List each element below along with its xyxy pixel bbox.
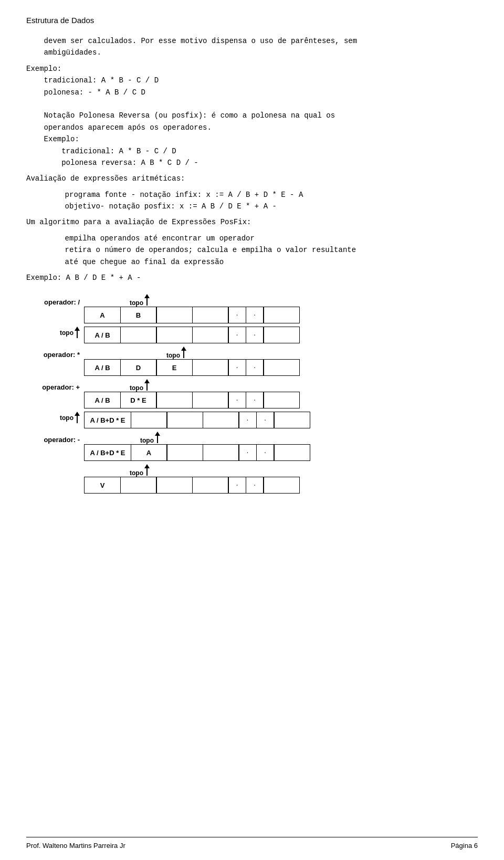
cell-3-5: ·	[228, 359, 246, 376]
stack-cells-5: A / B+D * E · ·	[84, 412, 310, 428]
cell-1-7	[263, 307, 300, 323]
operator-label-3: operador: *	[37, 351, 84, 359]
stack-section-2: A / B · ·	[84, 327, 299, 343]
page-header-title: Estrutura de Dados	[26, 16, 478, 25]
cell-7-6: ·	[246, 477, 264, 494]
cell-7-2	[120, 477, 157, 494]
cell-5-3	[166, 412, 203, 428]
cell-5-5: ·	[238, 412, 257, 428]
paragraph-5: Um algoritmo para a avaliação de Express…	[26, 216, 478, 228]
cell-4-3	[156, 392, 193, 408]
cell-2-3	[156, 327, 193, 343]
footer-left: Prof. Walteno Martins Parreira Jr	[26, 842, 125, 849]
operator-label-1: operador: /	[37, 298, 84, 306]
diagram-row-3: operador: * topo A / B D	[37, 347, 478, 376]
cell-1-3	[156, 307, 193, 323]
cell-7-3	[156, 477, 193, 494]
stack-section-6: topo A / B+D * E A · ·	[84, 432, 310, 461]
cell-5-7	[274, 412, 310, 428]
paragraph-2: Exemplo: tradicional: A * B - C / D polo…	[26, 63, 478, 169]
cell-2-4	[192, 327, 229, 343]
cell-1-2: B	[120, 307, 157, 323]
paragraph-3: Avaliação de expressões aritméticas:	[26, 173, 478, 184]
stack-cells-6: A / B+D * E A · ·	[84, 444, 310, 461]
arrow-up-4a	[144, 379, 150, 391]
diagram-row-7: topo V · ·	[37, 464, 478, 494]
arrow-up-5a	[75, 412, 80, 423]
arrow-up-2a	[75, 327, 80, 338]
cell-3-3: E	[156, 359, 193, 376]
stack-section-4: topo A / B D * E · ·	[84, 379, 299, 408]
arrow-up-7a	[144, 464, 150, 476]
topo-label-1a: topo	[130, 299, 143, 307]
topo-label-5a: topo	[60, 414, 74, 422]
stack-cells-4: A / B D * E · ·	[84, 392, 299, 408]
paragraph-7: Exemplo: A B / D E * + A -	[26, 272, 478, 284]
stack-section-7: topo V · ·	[84, 464, 299, 494]
cell-1-6: ·	[246, 307, 264, 323]
cell-6-2: A	[131, 444, 167, 461]
cell-4-7	[263, 392, 300, 408]
operator-label-4: operador: +	[37, 383, 84, 391]
stack-cells-1: A B · ·	[84, 307, 299, 323]
cell-6-3	[166, 444, 203, 461]
cell-7-5: ·	[228, 477, 246, 494]
cell-4-5: ·	[228, 392, 246, 408]
cell-7-1: V	[84, 477, 121, 494]
cell-1-4	[192, 307, 229, 323]
paragraph-6: empilha operandos até encontrar um opera…	[47, 233, 478, 268]
diagram-row-5: topo A / B+D * E · ·	[37, 412, 478, 428]
stack-cells-2: A / B · ·	[84, 327, 299, 343]
topo-label-6a: topo	[140, 437, 154, 444]
cell-2-2	[120, 327, 157, 343]
paragraph-1: devem ser calculados. Por esse motivo di…	[26, 35, 478, 59]
cell-2-7	[263, 327, 300, 343]
cell-5-2	[131, 412, 167, 428]
cell-5-1: A / B+D * E	[84, 412, 131, 428]
diagram-row-4: operador: + topo A / B D * E	[37, 379, 478, 408]
cell-4-4	[192, 392, 229, 408]
topo-label-7a: topo	[130, 469, 143, 477]
page-container: Estrutura de Dados devem ser calculados.…	[0, 0, 504, 525]
cell-4-2: D * E	[120, 392, 157, 408]
stack-section-3: topo A / B D E · ·	[84, 347, 299, 376]
operator-label-6: operador: -	[37, 436, 84, 444]
cell-3-6: ·	[246, 359, 264, 376]
cell-6-1: A / B+D * E	[84, 444, 131, 461]
cell-4-6: ·	[246, 392, 264, 408]
paragraph-4: programa fonte - notação infix: x := A /…	[47, 189, 478, 213]
diagram-area: operador: / topo A B	[37, 294, 478, 494]
cell-6-5: ·	[238, 444, 257, 461]
topo-label-2a: topo	[60, 329, 74, 337]
topo-label-4a: topo	[130, 384, 143, 392]
arrow-up-1a	[144, 294, 150, 306]
cell-7-4	[192, 477, 229, 494]
cell-3-4	[192, 359, 229, 376]
diagram-row-6: operador: - topo A / B+D * E A	[37, 432, 478, 461]
stack-section-5: A / B+D * E · ·	[84, 412, 310, 428]
topo-label-3a: topo	[166, 352, 180, 359]
arrow-up-6a	[155, 432, 160, 443]
footer-right: Página 6	[451, 842, 478, 849]
stack-cells-3: A / B D E · ·	[84, 359, 299, 376]
cell-3-1: A / B	[84, 359, 121, 376]
cell-3-2: D	[120, 359, 157, 376]
cell-6-6: ·	[256, 444, 275, 461]
cell-4-1: A / B	[84, 392, 121, 408]
cell-1-5: ·	[228, 307, 246, 323]
stack-section-1: topo A B · ·	[84, 294, 299, 323]
page-footer: Prof. Walteno Martins Parreira Jr Página…	[26, 837, 478, 849]
cell-2-5: ·	[228, 327, 246, 343]
cell-6-4	[203, 444, 239, 461]
cell-2-6: ·	[246, 327, 264, 343]
stack-cells-7: V · ·	[84, 477, 299, 494]
cell-5-6: ·	[256, 412, 275, 428]
cell-2-1: A / B	[84, 327, 121, 343]
cell-7-7	[263, 477, 300, 494]
diagram-row-2: topo A / B · ·	[37, 327, 478, 343]
arrow-up-3a	[181, 347, 186, 358]
cell-5-4	[203, 412, 239, 428]
cell-3-7	[263, 359, 300, 376]
diagram-row-1: operador: / topo A B	[37, 294, 478, 323]
cell-6-7	[274, 444, 310, 461]
